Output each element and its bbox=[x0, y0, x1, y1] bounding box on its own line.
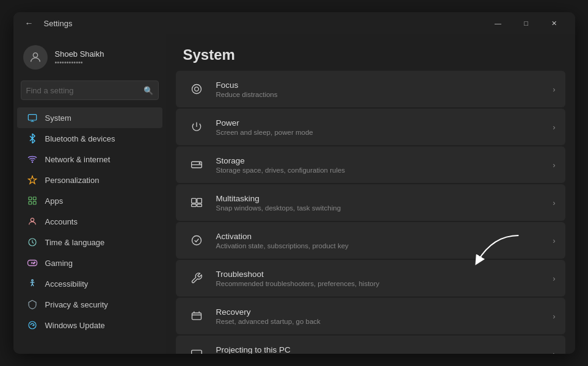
sidebar-item-personalization[interactable]: Personalization bbox=[17, 170, 162, 190]
title-bar-left: ← Settings bbox=[21, 15, 73, 32]
close-button[interactable]: ✕ bbox=[541, 14, 568, 32]
activation-chevron: › bbox=[553, 236, 555, 245]
setting-recovery[interactable]: Recovery Reset, advanced startup, go bac… bbox=[176, 298, 565, 334]
storage-text: Storage Storage space, drives, configura… bbox=[216, 156, 553, 174]
update-icon bbox=[27, 320, 38, 331]
sidebar-item-system[interactable]: System bbox=[17, 107, 162, 128]
time-icon bbox=[27, 237, 38, 248]
setting-troubleshoot[interactable]: Troubleshoot Recommended troubleshooters… bbox=[176, 260, 565, 296]
svg-point-27 bbox=[192, 236, 201, 245]
sidebar-label-network: Network & internet bbox=[45, 155, 111, 164]
back-button[interactable]: ← bbox=[21, 15, 38, 32]
recovery-desc: Reset, advanced startup, go back bbox=[216, 318, 553, 325]
svg-rect-5 bbox=[29, 197, 32, 200]
accounts-icon bbox=[27, 216, 38, 227]
minimize-button[interactable]: — bbox=[485, 14, 512, 32]
activation-text: Activation Activation state, subscriptio… bbox=[216, 232, 553, 249]
content-area: Shoeb Shaikh •••••••••••• 🔍 System bbox=[13, 34, 575, 354]
activation-name: Activation bbox=[216, 232, 553, 241]
settings-list: Focus Reduce distractions › bbox=[166, 71, 575, 354]
svg-rect-23 bbox=[191, 198, 196, 203]
svg-rect-28 bbox=[192, 313, 201, 320]
sidebar: Shoeb Shaikh •••••••••••• 🔍 System bbox=[13, 34, 166, 354]
sidebar-label-update: Windows Update bbox=[45, 321, 105, 330]
sidebar-item-accounts[interactable]: Accounts bbox=[17, 211, 162, 232]
storage-icon-wrap bbox=[186, 154, 208, 176]
focus-icon-wrap bbox=[186, 78, 208, 100]
sidebar-item-gaming[interactable]: Gaming bbox=[17, 253, 162, 273]
setting-multitasking[interactable]: Multitasking Snap windows, desktops, tas… bbox=[176, 184, 565, 221]
sidebar-label-accessibility: Accessibility bbox=[45, 279, 89, 289]
maximize-button[interactable]: □ bbox=[513, 14, 540, 32]
multitasking-desc: Snap windows, desktops, task switching bbox=[216, 204, 553, 212]
apps-icon bbox=[27, 195, 38, 206]
page-title: System bbox=[183, 46, 558, 63]
svg-point-9 bbox=[31, 218, 34, 221]
svg-rect-24 bbox=[197, 198, 201, 203]
sidebar-item-update[interactable]: Windows Update bbox=[17, 315, 162, 336]
svg-rect-26 bbox=[197, 204, 201, 207]
sidebar-label-apps: Apps bbox=[45, 196, 64, 206]
recovery-text: Recovery Reset, advanced startup, go bac… bbox=[216, 307, 553, 325]
svg-point-4 bbox=[32, 162, 32, 162]
sidebar-item-bluetooth[interactable]: Bluetooth & devices bbox=[17, 128, 162, 149]
setting-power[interactable]: Power Screen and sleep, power mode › bbox=[176, 109, 565, 145]
sidebar-label-time: Time & language bbox=[45, 238, 105, 247]
focus-text: Focus Reduce distractions bbox=[216, 81, 553, 98]
troubleshoot-chevron: › bbox=[553, 274, 555, 283]
power-name: Power bbox=[216, 118, 553, 127]
svg-point-19 bbox=[194, 87, 198, 92]
svg-rect-8 bbox=[33, 201, 36, 204]
recovery-chevron: › bbox=[553, 312, 555, 321]
setting-storage[interactable]: Storage Storage space, drives, configura… bbox=[176, 146, 565, 183]
activation-icon-wrap bbox=[186, 229, 208, 251]
projecting-icon-wrap bbox=[186, 343, 208, 354]
user-info: Shoeb Shaikh •••••••••••• bbox=[55, 49, 104, 66]
sidebar-item-network[interactable]: Network & internet bbox=[17, 149, 162, 170]
sidebar-item-accessibility[interactable]: Accessibility bbox=[17, 273, 162, 294]
privacy-icon bbox=[27, 299, 38, 310]
power-chevron: › bbox=[553, 123, 555, 132]
multitasking-text: Multitasking Snap windows, desktops, tas… bbox=[216, 194, 553, 212]
sidebar-label-privacy: Privacy & security bbox=[45, 300, 108, 309]
sidebar-label-bluetooth: Bluetooth & devices bbox=[45, 134, 115, 143]
search-bar[interactable]: 🔍 bbox=[21, 81, 159, 100]
troubleshoot-name: Troubleshoot bbox=[216, 270, 553, 279]
gaming-icon bbox=[27, 257, 38, 268]
user-section: Shoeb Shaikh •••••••••••• bbox=[13, 39, 166, 78]
power-text: Power Screen and sleep, power mode bbox=[216, 118, 553, 136]
storage-name: Storage bbox=[216, 156, 553, 165]
user-email: •••••••••••• bbox=[55, 59, 104, 66]
svg-rect-29 bbox=[191, 350, 201, 354]
troubleshoot-icon-wrap bbox=[186, 267, 208, 289]
svg-point-17 bbox=[29, 321, 36, 329]
setting-activation[interactable]: Activation Activation state, subscriptio… bbox=[176, 222, 565, 259]
svg-point-0 bbox=[33, 53, 37, 57]
storage-desc: Storage space, drives, configuration rul… bbox=[216, 167, 553, 174]
focus-desc: Reduce distractions bbox=[216, 91, 553, 98]
network-icon bbox=[27, 154, 38, 165]
sidebar-item-time[interactable]: Time & language bbox=[17, 232, 162, 253]
multitasking-chevron: › bbox=[553, 198, 555, 207]
main-content: System Focus Reduce distractions bbox=[166, 34, 575, 354]
search-input[interactable] bbox=[26, 86, 143, 95]
svg-rect-6 bbox=[33, 197, 36, 200]
recovery-name: Recovery bbox=[216, 307, 553, 317]
storage-chevron: › bbox=[553, 160, 555, 170]
sidebar-item-privacy[interactable]: Privacy & security bbox=[17, 294, 162, 315]
avatar bbox=[23, 45, 48, 70]
recovery-icon-wrap bbox=[186, 305, 208, 327]
multitasking-icon-wrap bbox=[186, 192, 208, 214]
sidebar-item-apps[interactable]: Apps bbox=[17, 190, 162, 211]
settings-window: ← Settings — □ ✕ Shoeb Shaikh ••••••••• bbox=[13, 12, 575, 354]
setting-projecting[interactable]: Projecting to this PC Permissions, pairi… bbox=[176, 336, 565, 354]
troubleshoot-desc: Recommended troubleshooters, preferences… bbox=[216, 280, 553, 287]
search-icon: 🔍 bbox=[143, 86, 153, 95]
projecting-text: Projecting to this PC Permissions, pairi… bbox=[216, 345, 553, 354]
bluetooth-icon bbox=[27, 133, 38, 144]
focus-name: Focus bbox=[216, 81, 553, 90]
power-desc: Screen and sleep, power mode bbox=[216, 129, 553, 136]
setting-focus[interactable]: Focus Reduce distractions › bbox=[176, 71, 565, 107]
user-name: Shoeb Shaikh bbox=[55, 49, 104, 59]
main-header: System bbox=[166, 34, 575, 71]
